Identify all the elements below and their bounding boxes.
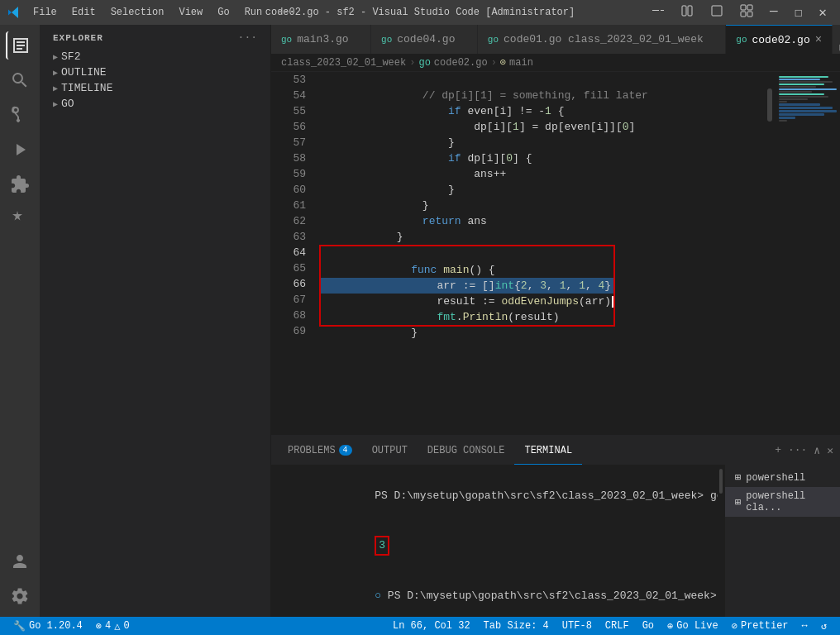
activity-extensions[interactable] xyxy=(6,170,34,198)
tab-code02-go[interactable]: go code02.go × xyxy=(726,25,833,54)
scrollbar-thumb[interactable] xyxy=(767,88,772,122)
menu-file[interactable]: File xyxy=(26,5,64,20)
tab-size-label: Tab Size: 4 xyxy=(484,620,549,632)
sidebar-item-go[interactable]: ▶ GO xyxy=(40,96,270,112)
menu-selection[interactable]: Selection xyxy=(104,5,171,20)
code-content[interactable]: // dp[i][1] = something, fill later if e… xyxy=(313,72,766,435)
tab-bar: go main3.go × go code04.go × go code01.g… xyxy=(271,25,840,54)
breadcrumb-sep2: › xyxy=(491,57,497,69)
error-count: 4 xyxy=(105,620,111,632)
sidebar-header: EXPLORER ··· xyxy=(40,25,270,47)
svg-rect-2 xyxy=(682,6,686,16)
sidebar-more-actions[interactable]: ··· xyxy=(238,31,257,44)
menu-go[interactable]: Go xyxy=(211,5,236,20)
terminal-instance-powershell-active[interactable]: ⊞ powershell cla... xyxy=(725,487,840,517)
sidebar: EXPLORER ··· ▶ SF2 ▶ OUTLINE ▶ TIMELINE … xyxy=(40,25,271,617)
status-go-version[interactable]: 🔧 Go 1.20.4 xyxy=(7,617,89,635)
code-editor[interactable]: 53 54 55 56 57 58 59 60 61 62 63 64 65 6… xyxy=(271,72,840,435)
panel-tab-output[interactable]: OUTPUT xyxy=(362,436,418,465)
code-line-53: // dp[i][1] = something, fill later xyxy=(319,72,759,88)
terminal-line-1: PS D:\mysetup\gopath\src\sf2\class_2023_… xyxy=(284,471,704,520)
tab-close-code02[interactable]: × xyxy=(815,33,822,46)
status-language[interactable]: Go xyxy=(636,620,661,632)
status-notifications[interactable]: ↺ xyxy=(814,620,833,633)
tab-label-code02: code02.go xyxy=(752,34,810,46)
breadcrumb-symbol[interactable]: main xyxy=(509,57,533,69)
error-icon: ⊗ xyxy=(96,620,102,633)
line-num-67: 67 xyxy=(271,292,306,308)
line-num-63: 63 xyxy=(271,229,306,245)
go-icon-main3: go xyxy=(281,35,292,45)
status-eol[interactable]: CRLF xyxy=(599,620,636,632)
go-icon-code02: go xyxy=(736,35,747,45)
new-terminal-icon[interactable]: + xyxy=(775,444,781,456)
breadcrumb-file[interactable]: code02.go xyxy=(434,57,488,69)
svg-rect-8 xyxy=(747,12,752,17)
terminal-scrollbar[interactable] xyxy=(718,465,724,617)
activity-account[interactable] xyxy=(6,547,34,575)
sidebar-item-outline[interactable]: ▶ OUTLINE xyxy=(40,64,270,80)
breadcrumb-folder[interactable]: class_2023_02_01_week xyxy=(281,57,406,69)
sidebar-item-timeline[interactable]: ▶ TIMELINE xyxy=(40,80,270,96)
tab-main3-go[interactable]: go main3.go × xyxy=(271,25,371,54)
panel-more-icon[interactable]: ··· xyxy=(788,444,807,456)
debug-console-label: DEBUG CONSOLE xyxy=(427,445,505,456)
status-prettier[interactable]: ⊘ Prettier xyxy=(725,620,795,633)
svg-rect-5 xyxy=(741,5,746,10)
line-num-60: 60 xyxy=(271,182,306,198)
window-layout[interactable] xyxy=(733,2,760,22)
window-restore-btn[interactable]: ☐ xyxy=(788,2,809,22)
terminal-output-highlight: 3 xyxy=(375,536,389,556)
terminal-powershell-icon: ⊞ xyxy=(735,471,741,484)
line-num-59: 59 xyxy=(271,166,306,182)
output-label: OUTPUT xyxy=(372,445,408,456)
terminal-content[interactable]: PS D:\mysetup\gopath\src\sf2\class_2023_… xyxy=(271,465,718,617)
sidebar-item-sf2[interactable]: ▶ SF2 xyxy=(40,49,270,64)
editor-area: go main3.go × go code04.go × go code01.g… xyxy=(271,25,840,617)
panel-tab-debug-console[interactable]: DEBUG CONSOLE xyxy=(418,436,515,465)
menu-edit[interactable]: Edit xyxy=(65,5,103,20)
tab-code04-go[interactable]: go code04.go × xyxy=(371,25,478,54)
status-right: Ln 66, Col 32 Tab Size: 4 UTF-8 CRLF Go … xyxy=(386,620,833,633)
panel-tab-problems[interactable]: PROBLEMS 4 xyxy=(278,436,362,465)
tab-label-code01: code01.go class_2023_02_01_week xyxy=(504,33,704,45)
status-errors[interactable]: ⊗ 4 △ 0 xyxy=(89,617,136,635)
warning-count: 0 xyxy=(123,620,129,632)
breadcrumb-sep1: › xyxy=(409,57,415,69)
status-go-live[interactable]: ⊕ Go Live xyxy=(661,620,725,633)
activity-search[interactable] xyxy=(6,66,34,94)
status-sync[interactable]: ↔ xyxy=(795,620,814,632)
go-icon-code04: go xyxy=(381,35,392,45)
activity-explorer[interactable] xyxy=(6,31,34,60)
panel-collapse-icon[interactable]: ∧ xyxy=(814,444,820,457)
svg-rect-6 xyxy=(747,5,752,10)
activity-run-debug[interactable] xyxy=(6,136,34,164)
svg-rect-1 xyxy=(661,10,664,11)
editor-scrollbar[interactable] xyxy=(766,72,774,435)
terminal-scrollbar-thumb[interactable] xyxy=(719,469,723,494)
menu-run[interactable]: Run xyxy=(238,5,270,20)
encoding-label: UTF-8 xyxy=(562,620,592,632)
status-cursor-position[interactable]: Ln 66, Col 32 xyxy=(386,620,477,632)
panel-close-icon[interactable]: ✕ xyxy=(827,444,833,457)
window-close-btn[interactable]: ✕ xyxy=(812,2,833,22)
tab-code01-go[interactable]: go code01.go class_2023_02_01_week × xyxy=(478,25,726,54)
window-maximize[interactable] xyxy=(704,2,730,22)
activity-testing[interactable] xyxy=(6,205,34,233)
terminal-powershell-label: powershell xyxy=(746,472,805,484)
terminal-instance-powershell[interactable]: ⊞ powershell xyxy=(725,468,840,487)
window-minimize-btn[interactable]: — xyxy=(763,2,785,22)
language-label: Go xyxy=(642,620,654,632)
terminal-powershell2-label: powershell cla... xyxy=(746,490,830,513)
window-minimize[interactable] xyxy=(644,2,671,22)
status-encoding[interactable]: UTF-8 xyxy=(556,620,599,632)
menu-view[interactable]: View xyxy=(172,5,209,20)
sidebar-item-label-timeline: TIMELINE xyxy=(61,82,112,94)
activity-settings[interactable] xyxy=(6,582,34,610)
panel-tab-terminal[interactable]: TERMINAL xyxy=(514,436,582,465)
window-tile-left[interactable] xyxy=(674,2,700,22)
activity-source-control[interactable] xyxy=(6,101,34,129)
status-tab-size[interactable]: Tab Size: 4 xyxy=(477,620,556,632)
terminal-prompt-2: PS D:\mysetup\gopath\src\sf2\class_2023_… xyxy=(388,590,718,602)
notifications-icon: ↺ xyxy=(821,620,827,633)
